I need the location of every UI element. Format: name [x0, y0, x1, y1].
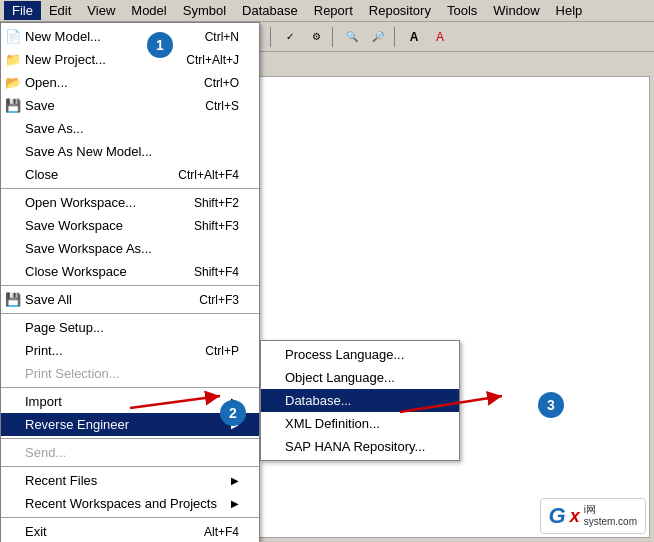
menu-item-save-workspace-as-label: Save Workspace As... [25, 241, 152, 256]
toolbar-generate[interactable]: ⚙ [304, 25, 328, 49]
menu-item-save-as-new-model[interactable]: Save As New Model... [1, 140, 259, 163]
toolbar-sep5 [332, 27, 336, 47]
submenu-item-database-label: Database... [285, 393, 352, 408]
menu-item-save-label: Save [25, 98, 55, 113]
menu-item-save-all[interactable]: 💾 Save All Ctrl+F3 [1, 288, 259, 311]
menu-item-open-shortcut: Ctrl+O [204, 76, 239, 90]
arrow-to-reverse-engineer [120, 378, 240, 418]
menu-item-save-all-label: Save All [25, 292, 72, 307]
menubar-item-edit[interactable]: Edit [41, 1, 79, 20]
save-icon: 💾 [5, 98, 21, 114]
menu-item-new-model[interactable]: 📄 New Model... Ctrl+N [1, 25, 259, 48]
menu-item-close-workspace-shortcut: Shift+F4 [194, 265, 239, 279]
menu-item-close-shortcut: Ctrl+Alt+F4 [178, 168, 239, 182]
menu-item-open-workspace-label: Open Workspace... [25, 195, 136, 210]
menubar-item-model[interactable]: Model [123, 1, 174, 20]
menu-item-recent-files[interactable]: Recent Files ▶ [1, 469, 259, 492]
menu-item-new-project-shortcut: Ctrl+Alt+J [186, 53, 239, 67]
arrow-to-database [390, 380, 520, 420]
svg-line-3 [400, 396, 502, 412]
menu-item-save-workspace-as[interactable]: Save Workspace As... [1, 237, 259, 260]
menu-item-save-all-shortcut: Ctrl+F3 [199, 293, 239, 307]
menu-item-close-label: Close [25, 167, 58, 182]
menu-item-exit-label: Exit [25, 524, 47, 539]
svg-line-1 [130, 396, 220, 408]
menu-item-open-workspace[interactable]: Open Workspace... Shift+F2 [1, 191, 259, 214]
menu-item-print-selection-label: Print Selection... [25, 366, 120, 381]
toolbar-check[interactable]: ✓ [278, 25, 302, 49]
menu-item-exit-shortcut: Alt+F4 [204, 525, 239, 539]
menu-item-save[interactable]: 💾 Save Ctrl+S [1, 94, 259, 117]
submenu-item-sap-hana[interactable]: SAP HANA Repository... [261, 435, 459, 458]
submenu-item-sap-hana-label: SAP HANA Repository... [285, 439, 425, 454]
menu-item-close-workspace[interactable]: Close Workspace Shift+F4 [1, 260, 259, 283]
menu-item-recent-workspaces[interactable]: Recent Workspaces and Projects ▶ [1, 492, 259, 515]
watermark: G x i网 system.com [540, 498, 646, 534]
menu-item-new-project-label: New Project... [25, 52, 106, 67]
sep5 [1, 438, 259, 439]
toolbar-font[interactable]: A [402, 25, 426, 49]
menu-item-exit[interactable]: Exit Alt+F4 [1, 520, 259, 542]
submenu-item-process-language-label: Process Language... [285, 347, 404, 362]
menu-item-recent-workspaces-label: Recent Workspaces and Projects [25, 496, 217, 511]
menubar-item-window[interactable]: Window [485, 1, 547, 20]
menu-item-print-shortcut: Ctrl+P [205, 344, 239, 358]
menubar-item-help[interactable]: Help [548, 1, 591, 20]
menubar-item-view[interactable]: View [79, 1, 123, 20]
menu-item-print-label: Print... [25, 343, 63, 358]
menu-item-close[interactable]: Close Ctrl+Alt+F4 [1, 163, 259, 186]
watermark-text: i网 system.com [584, 504, 637, 528]
menu-item-save-workspace[interactable]: Save Workspace Shift+F3 [1, 214, 259, 237]
sep3 [1, 313, 259, 314]
new-model-icon: 📄 [5, 29, 21, 45]
new-project-icon: 📁 [5, 52, 21, 68]
menubar: File Edit View Model Symbol Database Rep… [0, 0, 654, 22]
menu-item-save-workspace-shortcut: Shift+F3 [194, 219, 239, 233]
menu-item-new-model-shortcut: Ctrl+N [205, 30, 239, 44]
file-menu: 📄 New Model... Ctrl+N 📁 New Project... C… [0, 22, 260, 542]
submenu-item-object-language-label: Object Language... [285, 370, 395, 385]
sep1 [1, 188, 259, 189]
menubar-item-symbol[interactable]: Symbol [175, 1, 234, 20]
recent-workspaces-submenu-arrow: ▶ [231, 498, 239, 509]
step3-circle: 3 [538, 392, 564, 418]
save-all-icon: 💾 [5, 292, 21, 308]
step3-label: 3 [547, 397, 555, 413]
step1-circle: 1 [147, 32, 173, 58]
menu-item-new-project[interactable]: 📁 New Project... Ctrl+Alt+J [1, 48, 259, 71]
menu-item-open-workspace-shortcut: Shift+F2 [194, 196, 239, 210]
menu-item-save-as-label: Save As... [25, 121, 84, 136]
toolbar-sep4 [270, 27, 274, 47]
menu-item-send-label: Send... [25, 445, 66, 460]
menu-item-send[interactable]: Send... [1, 441, 259, 464]
menu-item-save-as-new-model-label: Save As New Model... [25, 144, 152, 159]
step1-label: 1 [156, 37, 164, 53]
menu-item-import-label: Import [25, 394, 62, 409]
watermark-x: x [570, 506, 580, 527]
menubar-item-report[interactable]: Report [306, 1, 361, 20]
submenu-item-process-language[interactable]: Process Language... [261, 343, 459, 366]
menu-item-save-as[interactable]: Save As... [1, 117, 259, 140]
sep2 [1, 285, 259, 286]
menu-item-reverse-engineer-label: Reverse Engineer [25, 417, 129, 432]
watermark-line1: i网 [584, 504, 637, 516]
watermark-line2: system.com [584, 516, 637, 528]
open-icon: 📂 [5, 75, 21, 91]
menubar-item-repository[interactable]: Repository [361, 1, 439, 20]
toolbar-zoom-out[interactable]: 🔎 [366, 25, 390, 49]
toolbar-color[interactable]: A [428, 25, 452, 49]
menu-item-print[interactable]: Print... Ctrl+P [1, 339, 259, 362]
menu-item-open-label: Open... [25, 75, 68, 90]
menu-item-open[interactable]: 📂 Open... Ctrl+O [1, 71, 259, 94]
menubar-item-tools[interactable]: Tools [439, 1, 485, 20]
menu-item-new-model-label: New Model... [25, 29, 101, 44]
menu-item-close-workspace-label: Close Workspace [25, 264, 127, 279]
menu-item-page-setup[interactable]: Page Setup... [1, 316, 259, 339]
menubar-item-database[interactable]: Database [234, 1, 306, 20]
menu-item-page-setup-label: Page Setup... [25, 320, 104, 335]
menubar-item-file[interactable]: File [4, 1, 41, 20]
recent-files-submenu-arrow: ▶ [231, 475, 239, 486]
toolbar-zoom-in[interactable]: 🔍 [340, 25, 364, 49]
file-dropdown: 📄 New Model... Ctrl+N 📁 New Project... C… [0, 22, 260, 542]
menu-item-save-workspace-label: Save Workspace [25, 218, 123, 233]
